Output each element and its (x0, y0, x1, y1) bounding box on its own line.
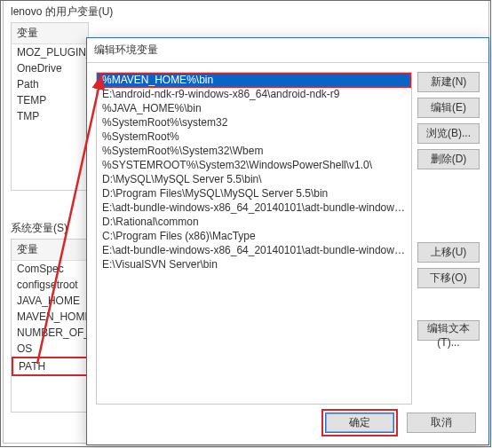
table-row[interactable]: NUMBER_OF_PR (12, 325, 88, 341)
list-item[interactable]: E:\VisualSVN Server\bin (97, 257, 411, 271)
table-row[interactable]: TEMP (12, 92, 88, 108)
edit-env-var-dialog: 编辑环境变量 %MAVEN_HOME%\bin E:\android-ndk-r… (86, 37, 489, 445)
user-vars-list[interactable]: 变量 MOZ_PLUGIN_P OneDrive Path TEMP TMP (11, 22, 89, 191)
table-row[interactable]: ComSpec (12, 261, 88, 277)
list-item[interactable]: %SYSTEMROOT%\System32\WindowsPowerShell\… (97, 158, 411, 172)
move-up-button[interactable]: 上移(U) (417, 242, 480, 263)
list-item[interactable]: %MAVEN_HOME%\bin (97, 73, 411, 87)
list-item[interactable]: %JAVA_HOME%\bin (97, 101, 411, 115)
table-row[interactable]: MAVEN_HOME (12, 309, 88, 325)
list-item[interactable]: E:\adt-bundle-windows-x86_64_20140101\ad… (97, 243, 411, 257)
delete-button[interactable]: 删除(D) (417, 149, 480, 169)
sys-vars-list[interactable]: 变量 ComSpec configsetroot JAVA_HOME MAVEN… (11, 239, 89, 413)
list-item[interactable]: D:\Program Files\MySQL\MySQL Server 5.5\… (97, 186, 411, 200)
list-item[interactable]: %SystemRoot% (97, 130, 411, 144)
list-item[interactable]: D:\Rational\common (97, 215, 411, 229)
column-header[interactable]: 变量 (12, 23, 88, 44)
path-entries-list[interactable]: %MAVEN_HOME%\bin E:\android-ndk-r9-windo… (96, 72, 412, 405)
table-row[interactable]: OS (12, 341, 88, 357)
list-item[interactable]: C:\Program Files (x86)\MacType (97, 229, 411, 243)
list-item[interactable]: D:\MySQL\MySQL Server 5.5\bin\ (97, 172, 411, 186)
table-row[interactable]: Path (12, 76, 88, 92)
edit-button[interactable]: 编辑(E) (417, 98, 480, 118)
edit-text-button[interactable]: 编辑文本(T)... (417, 320, 480, 341)
dialog-body: %MAVEN_HOME%\bin E:\android-ndk-r9-windo… (96, 72, 480, 402)
annotation-highlight: 确定 (321, 409, 398, 436)
cancel-button[interactable]: 取消 (407, 413, 476, 433)
new-button[interactable]: 新建(N) (417, 72, 480, 92)
ok-button[interactable]: 确定 (325, 413, 394, 433)
table-row[interactable]: JAVA_HOME (12, 293, 88, 309)
move-down-button[interactable]: 下移(O) (417, 268, 480, 288)
list-item[interactable]: E:\android-ndk-r9-windows-x86_64\android… (97, 87, 411, 101)
list-item[interactable]: E:\adt-bundle-windows-x86_64_20140101\ad… (97, 200, 411, 215)
list-item[interactable]: %SystemRoot%\system32 (97, 115, 411, 130)
dialog-title: 编辑环境变量 (87, 38, 488, 63)
table-row[interactable]: MOZ_PLUGIN_P (12, 44, 88, 60)
table-row-path[interactable]: PATH (12, 357, 88, 376)
sys-vars-label: 系统变量(S) (11, 221, 67, 236)
table-row[interactable]: OneDrive (12, 60, 88, 76)
browse-button[interactable]: 浏览(B)... (417, 123, 480, 144)
list-item[interactable]: %SystemRoot%\System32\Wbem (97, 144, 411, 158)
table-row[interactable]: TMP (12, 108, 88, 124)
column-header[interactable]: 变量 (12, 240, 88, 261)
table-row[interactable]: configsetroot (12, 277, 88, 293)
user-vars-label: lenovo 的用户变量(U) (11, 4, 113, 20)
button-column: 新建(N) 编辑(E) 浏览(B)... 删除(D) 上移(U) 下移(O) 编… (417, 72, 480, 341)
dialog-footer: 确定 取消 (87, 409, 488, 436)
